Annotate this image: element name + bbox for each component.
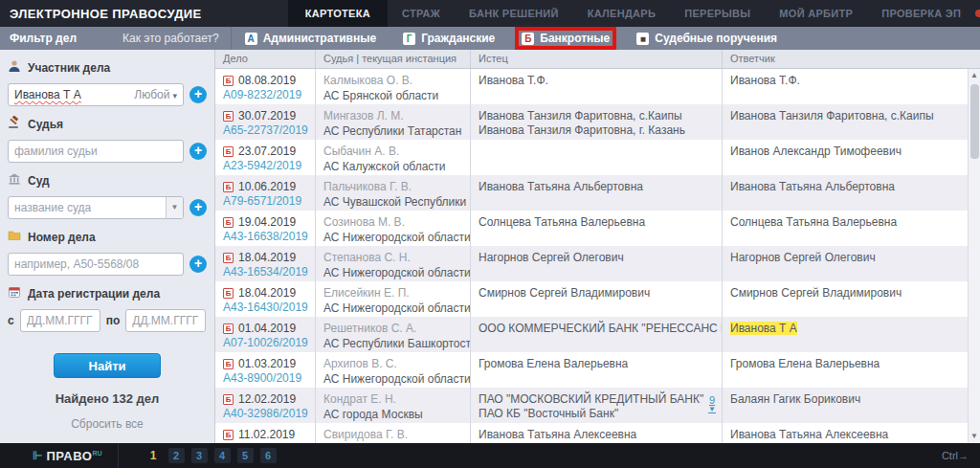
how-it-works-link[interactable]: Как это работает?	[122, 32, 219, 45]
case-number-input[interactable]	[8, 253, 184, 276]
case-number-link[interactable]: А79-6571/2019	[223, 193, 307, 210]
nav-item-перерывы[interactable]: ПЕРЕРЫВЫ	[670, 0, 765, 27]
participant-input[interactable]: Иванова Т А Любой	[8, 83, 184, 106]
bankruptcy-case-icon: Б	[223, 430, 234, 440]
nav-item-проверка-эп[interactable]: ПРОВЕРКА ЭП	[867, 0, 975, 27]
scroll-down-icon[interactable]: ▼	[969, 430, 980, 443]
table-row: Б18.04.2019А43-16430/2019Елисейкин Е. П.…	[215, 281, 980, 317]
scroll-up-icon[interactable]: ▲	[969, 69, 980, 82]
court-name: АС Нижегородской области	[323, 230, 462, 245]
plaintiff-name: Иванова Танзиля Фаритовна, г. Казань	[479, 123, 714, 138]
vertical-scrollbar[interactable]: ▲ ▼	[968, 69, 980, 443]
tab-судебные-поручения[interactable]: ■Судебные поручения	[634, 31, 780, 46]
case-number-link[interactable]: А43-16534/2019	[223, 264, 307, 280]
scrollbar-thumb[interactable]	[970, 84, 979, 159]
more-parties-badge[interactable]: 9▼	[708, 395, 716, 414]
highlighted-match: Иванова Т А	[730, 322, 797, 335]
case-number-link[interactable]: А09-8232/2019	[223, 87, 307, 103]
nav-item-мой-арбитр[interactable]: МОЙ АРБИТР	[765, 0, 867, 27]
plaintiff-name: ПАО "МОСКОВСКИЙ КРЕДИТНЫЙ БАНК"	[479, 392, 714, 407]
page-1[interactable]: 1	[145, 448, 162, 463]
page-6[interactable]: 6	[260, 448, 277, 463]
plaintiff-cell: Смирнов Сергей Владимирович	[471, 281, 723, 317]
case-date: 18.04.2019	[238, 286, 296, 300]
defendant-cell: Балаян Гагик Борикович	[723, 388, 980, 423]
bankruptcy-case-icon: Б	[223, 323, 234, 334]
case-cell: Б12.02.2019А40-32986/2019	[215, 388, 316, 423]
nav-item-страж[interactable]: СТРАЖ	[388, 0, 455, 27]
court-input[interactable]	[8, 196, 184, 219]
add-case-number-button[interactable]: +	[189, 256, 207, 273]
page-5[interactable]: 5	[237, 448, 254, 463]
defendant-name: Иванова Танзиля Фаритовна, с.Каипы	[730, 109, 972, 123]
tab-административные[interactable]: ААдминистративные	[242, 31, 380, 46]
case-number-link[interactable]: А65-22737/2019	[223, 123, 307, 139]
case-date: 01.04.2019	[238, 322, 296, 335]
app-title: ЭЛЕКТРОННОЕ ПРАВОСУДИЕ	[0, 7, 202, 21]
case-number-link[interactable]: А43-16638/2019	[223, 229, 307, 245]
case-date: 10.06.2019	[238, 180, 296, 193]
column-header: Судья | текущая инстанция	[316, 50, 471, 68]
court-name: АС Нижегородской области	[323, 371, 462, 387]
judge-section: Судья +	[0, 106, 214, 163]
plaintiff-name: ООО КОММЕРЧЕСКИЙ БАНК "РЕНЕССАНС КРЕДИТ"	[479, 322, 714, 336]
defendant-cell: Иванова Татьяна Альбертовна	[723, 175, 980, 211]
judge-name: Кондрат Е. Н.	[323, 392, 462, 407]
page-2[interactable]: 2	[168, 448, 185, 463]
case-cell: Б10.06.2019А79-6571/2019	[215, 175, 316, 211]
add-participant-button[interactable]: +	[189, 86, 207, 103]
defendant-name: Иванова Татьяна Алексеевна	[730, 428, 972, 442]
case-cell: Б01.03.2019А43-8900/2019	[215, 352, 316, 388]
case-number-link[interactable]: А43-16430/2019	[223, 300, 307, 316]
nav-item-картотека[interactable]: КАРТОТЕКА	[288, 0, 388, 27]
case-number-link[interactable]: А07-10026/2019	[223, 335, 307, 351]
judge-cell: Решетников С. А.АС Республики Башкортост…	[316, 317, 471, 352]
case-number-link[interactable]: А43-8900/2019	[223, 370, 307, 387]
judge-label: Судья	[28, 118, 63, 131]
judge-cell: Мингазов Л. М.АС Республики Татарстан	[316, 104, 471, 140]
judge-input[interactable]	[8, 140, 184, 163]
bankruptcy-case-icon: Б	[223, 76, 234, 86]
bankruptcy-case-icon: Б	[223, 394, 234, 405]
court-dropdown-button[interactable]: ▼	[166, 197, 183, 218]
nav-item-банк-решений[interactable]: БАНК РЕШЕНИЙ	[455, 0, 573, 27]
plaintiff-cell: Иванова Танзиля Фаритовна, с.КаипыИванов…	[471, 104, 723, 140]
login-button[interactable]: ВОЙТИ	[975, 8, 980, 19]
judge-cell: Архипов В. С.АС Нижегородской области	[316, 352, 471, 388]
nav-item-календарь[interactable]: КАЛЕНДАРЬ	[573, 0, 671, 27]
tab-банкротные[interactable]: ББанкротные	[519, 31, 612, 46]
case-type-letter-icon: А	[245, 33, 257, 45]
participant-type-dropdown[interactable]: Любой	[134, 88, 177, 101]
case-type-letter-icon: ■	[636, 33, 649, 45]
case-number-link[interactable]: А40-32986/2019	[223, 406, 307, 422]
page-3[interactable]: 3	[191, 448, 208, 463]
add-court-button[interactable]: +	[189, 199, 207, 216]
date-to-input[interactable]	[125, 309, 206, 332]
case-date: 08.08.2019	[238, 74, 296, 87]
table-body: Б08.08.2019А09-8232/2019Калмыкова О. В.А…	[215, 69, 980, 443]
reset-all-link[interactable]: Сбросить все	[0, 417, 214, 431]
search-button[interactable]: Найти	[54, 353, 161, 378]
participant-section: Участник дела Иванова Т А Любой +	[0, 50, 214, 106]
calendar-icon	[8, 285, 21, 301]
judge-cell: Степанова С. Н.АС Нижегородской области	[316, 246, 471, 281]
judge-gavel-icon	[8, 116, 21, 132]
case-number-label: Номер дела	[28, 231, 96, 244]
judge-name: Сыбачин А. В.	[323, 145, 462, 159]
table-row: Б19.04.2019А43-16638/2019Созинова М. В.А…	[215, 211, 980, 246]
ctrl-scroll-hint: Ctrl→	[942, 450, 980, 461]
tab-гражданские[interactable]: ГГражданские	[400, 31, 498, 46]
judge-cell: Сыбачин А. В.АС Калужской области	[316, 140, 471, 175]
date-from-input[interactable]	[20, 309, 100, 332]
case-date: 12.02.2019	[238, 392, 296, 406]
case-type-letter-icon: Б	[522, 33, 534, 45]
page-4[interactable]: 4	[214, 448, 231, 463]
case-cell: Б18.04.2019А43-16430/2019	[215, 281, 316, 317]
defendant-name: Нагорнов Сергей Олегович	[730, 251, 972, 265]
reg-date-section: Дата регистрации дела с по	[0, 276, 214, 332]
divider	[118, 443, 119, 468]
pravo-logo[interactable]: ⊩ ПРАВО RU	[0, 449, 102, 463]
filter-bar: Фильтр дел Как это работает? ААдминистра…	[0, 27, 980, 50]
case-number-link[interactable]: А23-5942/2019	[223, 158, 307, 174]
add-judge-button[interactable]: +	[189, 143, 207, 160]
